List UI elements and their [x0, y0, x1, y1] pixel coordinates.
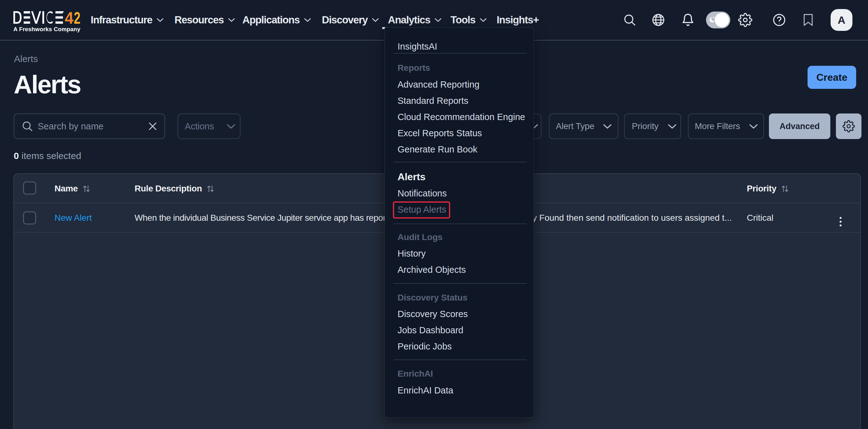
svg-text:2: 2 [74, 11, 81, 24]
svg-text:4: 4 [65, 11, 73, 24]
